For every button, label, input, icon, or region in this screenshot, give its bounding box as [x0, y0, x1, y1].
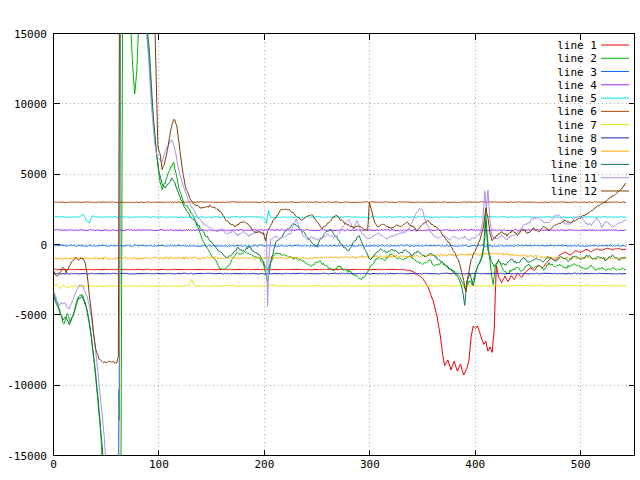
- plot-area: -15000-10000-500005000100001500001002003…: [0, 0, 640, 480]
- legend-label: line 12: [551, 185, 597, 198]
- legend-label: line 4: [557, 79, 597, 92]
- gnuplot-chart-window: p0200_19 -15000-10000-500005000100001500…: [0, 0, 640, 480]
- x-tick-label: 0: [50, 458, 57, 471]
- x-tick-label: 200: [254, 458, 274, 471]
- legend-label: line 2: [557, 52, 597, 65]
- y-tick-label: 15000: [14, 28, 47, 41]
- x-tick-label: 500: [571, 458, 591, 471]
- y-tick-label: -15000: [7, 450, 47, 463]
- legend-label: line 11: [551, 172, 597, 185]
- legend-label: line 8: [557, 132, 597, 145]
- legend-label: line 3: [557, 66, 597, 79]
- legend-label: line 9: [557, 145, 597, 158]
- x-tick-label: 100: [149, 458, 169, 471]
- legend-label: line 1: [557, 39, 597, 52]
- x-tick-label: 400: [465, 458, 485, 471]
- legend-label: line 10: [551, 158, 597, 171]
- y-tick-label: -10000: [7, 379, 47, 392]
- legend-label: line 6: [557, 105, 597, 118]
- y-tick-label: 10000: [14, 98, 47, 111]
- legend-label: line 7: [557, 119, 597, 132]
- plot-svg: -15000-10000-500005000100001500001002003…: [0, 0, 640, 480]
- y-tick-label: 0: [40, 239, 47, 252]
- x-tick-label: 300: [360, 458, 380, 471]
- legend-label: line 5: [557, 92, 597, 105]
- y-tick-label: 5000: [21, 168, 48, 181]
- y-tick-label: -5000: [14, 309, 47, 322]
